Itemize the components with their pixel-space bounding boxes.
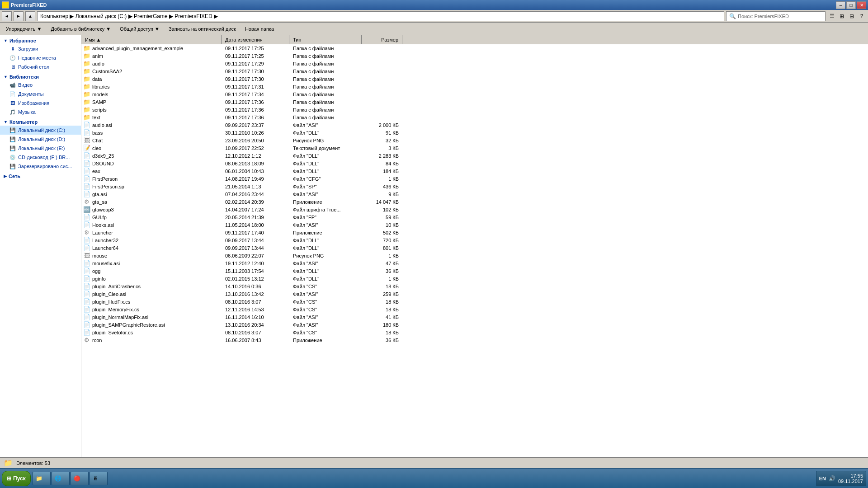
up-button[interactable]: ▲: [25, 11, 35, 21]
taskbar-item-app2[interactable]: 🖥: [90, 472, 108, 485]
close-button[interactable]: ✕: [857, 1, 866, 9]
table-row[interactable]: 📄 audio.asi 09.09.2017 23:37 Файл "ASI" …: [81, 121, 868, 129]
file-row-date: 09.11.2017 17:34: [222, 92, 289, 97]
file-row-type: Приложение: [289, 338, 362, 343]
sidebar-favorites-section: ▼ Избранное ⬇ Загрузки 🕐 Недавние места …: [0, 37, 81, 71]
sidebar-images-label: Изображения: [18, 100, 49, 106]
table-row[interactable]: 📁 audio 09.11.2017 17:29 Папка с файлами: [81, 60, 868, 67]
table-row[interactable]: 📄 plugin_SAMPGraphicRestore.asi 13.10.20…: [81, 321, 868, 328]
address-path[interactable]: Компьютер ▶ Локальный диск (C:) ▶ Premie…: [37, 11, 724, 21]
taskbar-clock: 17:55 09.11.2017: [838, 473, 863, 484]
sidebar-computer-header[interactable]: ▼ Компьютер: [0, 118, 81, 126]
table-row[interactable]: 📄 bass 30.11.2010 10:26 Файл "DLL" 91 КБ: [81, 129, 868, 136]
sidebar-item-downloads[interactable]: ⬇ Загрузки: [0, 44, 81, 53]
table-row[interactable]: 📄 pginfo 02.01.2015 13:12 Файл "DLL" 1 К…: [81, 275, 868, 282]
table-row[interactable]: 📁 data 09.11.2017 17:30 Папка с файлами: [81, 75, 868, 83]
forward-button[interactable]: ►: [14, 11, 24, 21]
sidebar-item-video[interactable]: 📹 Видео: [0, 80, 81, 89]
table-row[interactable]: 📝 cleo 10.09.2017 22:52 Текстовый докуме…: [81, 144, 868, 152]
sidebar-libraries-header[interactable]: ▼ Библиотеки: [0, 73, 81, 80]
sidebar-drive-c-label: Локальный диск (C:): [18, 127, 65, 133]
file-row-name: Launcher: [92, 230, 113, 235]
sidebar-item-drive-f[interactable]: 💿 CD-дисковод (F:) BR...: [0, 153, 81, 162]
sidebar-item-desktop[interactable]: 🖥 Рабочий стол: [0, 62, 81, 71]
file-row-type: Рисунок PNG: [289, 253, 362, 258]
table-row[interactable]: 📁 scripts 09.11.2017 17:36 Папка с файла…: [81, 106, 868, 113]
sidebar-item-drive-e[interactable]: 💾 Локальный диск (E:): [0, 144, 81, 153]
share-button[interactable]: Общий доступ ▼: [116, 24, 164, 34]
start-button[interactable]: ⊞ Пуск: [2, 471, 31, 486]
table-row[interactable]: 📄 plugin_NormalMapFix.asi 16.11.2014 16:…: [81, 313, 868, 321]
file-row-type: Файл "ASI": [289, 192, 362, 197]
table-row[interactable]: 🖼 Chat 23.09.2016 20:50 Рисунок PNG 32 К…: [81, 136, 868, 144]
table-row[interactable]: 🔤 gtaweap3 14.04.2007 17:24 Файл шрифта …: [81, 206, 868, 213]
table-row[interactable]: 📁 SAMP 09.11.2017 17:36 Папка с файлами: [81, 98, 868, 106]
table-row[interactable]: 📄 Launcher32 09.09.2017 13:44 Файл "DLL"…: [81, 236, 868, 244]
burn-button[interactable]: Записать на оптический диск: [165, 24, 240, 34]
table-row[interactable]: 📄 FirstPerson 14.08.2017 19:49 Файл "CFG…: [81, 175, 868, 183]
table-row[interactable]: 📁 anim 09.11.2017 17:25 Папка с файлами: [81, 52, 868, 60]
view-details-button[interactable]: ☰: [827, 12, 836, 21]
back-button[interactable]: ◄: [2, 11, 12, 21]
table-row[interactable]: 📄 plugin_MemoryFix.cs 12.11.2016 14:53 Ф…: [81, 305, 868, 313]
table-row[interactable]: 📁 text 09.11.2017 17:36 Папка с файлами: [81, 113, 868, 121]
table-row[interactable]: ⚙ Launcher 09.11.2017 17:40 Приложение 5…: [81, 229, 868, 236]
table-row[interactable]: 📄 ogg 15.11.2003 17:54 Файл "DLL" 36 КБ: [81, 267, 868, 275]
file-row-date: 09.11.2017 17:29: [222, 61, 289, 66]
sidebar-item-drive-c[interactable]: 💾 Локальный диск (C:): [0, 126, 81, 135]
sidebar-item-recent[interactable]: 🕐 Недавние места: [0, 53, 81, 62]
table-row[interactable]: 📁 libraries 09.11.2017 17:31 Папка с фай…: [81, 83, 868, 90]
table-row[interactable]: ⚙ gta_sa 02.02.2014 20:39 Приложение 14 …: [81, 198, 868, 206]
minimize-button[interactable]: –: [836, 1, 845, 9]
view-list-button[interactable]: ⊞: [837, 12, 846, 21]
table-row[interactable]: 📄 plugin_AntiCrasher.cs 14.10.2016 0:36 …: [81, 282, 868, 290]
table-row[interactable]: 🖼 mouse 06.06.2009 22:07 Рисунок PNG 1 К…: [81, 252, 868, 259]
taskbar-item-browser[interactable]: 🌐: [52, 472, 70, 485]
sidebar-item-images[interactable]: 🖼 Изображения: [0, 99, 81, 108]
file-row-icon: 📁: [83, 106, 90, 113]
table-row[interactable]: 📄 DSOUND 08.06.2013 18:09 Файл "DLL" 84 …: [81, 160, 868, 167]
file-row-type: Папка с файлами: [289, 76, 362, 82]
table-row[interactable]: 📄 eax 06.01.2004 10:43 Файл "DLL" 184 КБ: [81, 167, 868, 175]
col-header-name[interactable]: Имя ▲: [81, 35, 222, 44]
table-row[interactable]: 📄 mousefix.asi 19.11.2012 12:40 Файл "AS…: [81, 259, 868, 267]
file-row-date: 09.09.2017 13:44: [222, 238, 289, 243]
table-row[interactable]: 📄 d3dx9_25 12.10.2012 1:12 Файл "DLL" 2 …: [81, 152, 868, 160]
organize-button[interactable]: Упорядочить ▼: [2, 24, 46, 34]
add-library-button[interactable]: Добавить в библиотеку ▼: [47, 24, 115, 34]
table-row[interactable]: 📁 CustomSAA2 09.11.2017 17:30 Папка с фа…: [81, 67, 868, 75]
col-header-date[interactable]: Дата изменения: [222, 35, 289, 44]
table-row[interactable]: 📁 models 09.11.2017 17:34 Папка с файлам…: [81, 90, 868, 98]
view-tiles-button[interactable]: ⊟: [847, 12, 856, 21]
sidebar-network-header[interactable]: ▶ Сеть: [0, 173, 81, 180]
table-row[interactable]: 📄 Launcher64 09.09.2017 13:44 Файл "DLL"…: [81, 244, 868, 252]
file-row-type: Папка с файлами: [289, 115, 362, 120]
file-row-name: CustomSAA2: [92, 69, 122, 74]
search-text: Поиск: PremiersFIXED: [738, 14, 789, 19]
file-row-date: 30.11.2010 10:26: [222, 130, 289, 136]
maximize-button[interactable]: □: [846, 1, 856, 9]
table-row[interactable]: ⚙ rcon 16.06.2007 8:43 Приложение 36 КБ: [81, 336, 868, 344]
taskbar-item-explorer[interactable]: 📁: [33, 472, 51, 485]
table-row[interactable]: 📄 plugin_Cleo.asi 13.10.2016 13:42 Файл …: [81, 290, 868, 298]
table-row[interactable]: 📄 gta.asi 07.04.2016 23:44 Файл "ASI" 9 …: [81, 190, 868, 198]
table-row[interactable]: 📄 plugin_Svetofor.cs 08.10.2016 3:07 Фай…: [81, 328, 868, 336]
sidebar-favorites-header[interactable]: ▼ Избранное: [0, 37, 81, 44]
table-row[interactable]: 📄 FirstPerson.sp 21.05.2014 1:13 Файл "S…: [81, 183, 868, 190]
table-row[interactable]: 📄 GUI.fp 20.05.2014 21:39 Файл "FP" 59 К…: [81, 213, 868, 221]
sidebar-item-documents[interactable]: 📄 Документы: [0, 89, 81, 99]
file-row-type: Файл "CS": [289, 284, 362, 289]
table-row[interactable]: 📄 plugin_HudFix.cs 08.10.2016 3:07 Файл …: [81, 298, 868, 305]
table-row[interactable]: 📁 advanced_plugin_management_example 09.…: [81, 44, 868, 52]
help-button[interactable]: ?: [857, 12, 866, 21]
col-header-size[interactable]: Размер: [362, 35, 402, 44]
taskbar-item-app1[interactable]: 🔴: [71, 472, 89, 485]
table-row[interactable]: 📄 Hooks.asi 11.05.2014 18:00 Файл "ASI" …: [81, 221, 868, 229]
sidebar-item-music[interactable]: 🎵 Музыка: [0, 108, 81, 117]
col-header-type[interactable]: Тип: [289, 35, 362, 44]
sidebar-item-reserved[interactable]: 💾 Зарезервировано сис...: [0, 162, 81, 171]
sidebar-item-drive-d[interactable]: 💾 Локальный диск (D:): [0, 135, 81, 144]
sidebar: ▼ Избранное ⬇ Загрузки 🕐 Недавние места …: [0, 35, 81, 457]
new-folder-button[interactable]: Новая папка: [241, 24, 278, 34]
file-row-name: GUI.fp: [92, 215, 107, 220]
